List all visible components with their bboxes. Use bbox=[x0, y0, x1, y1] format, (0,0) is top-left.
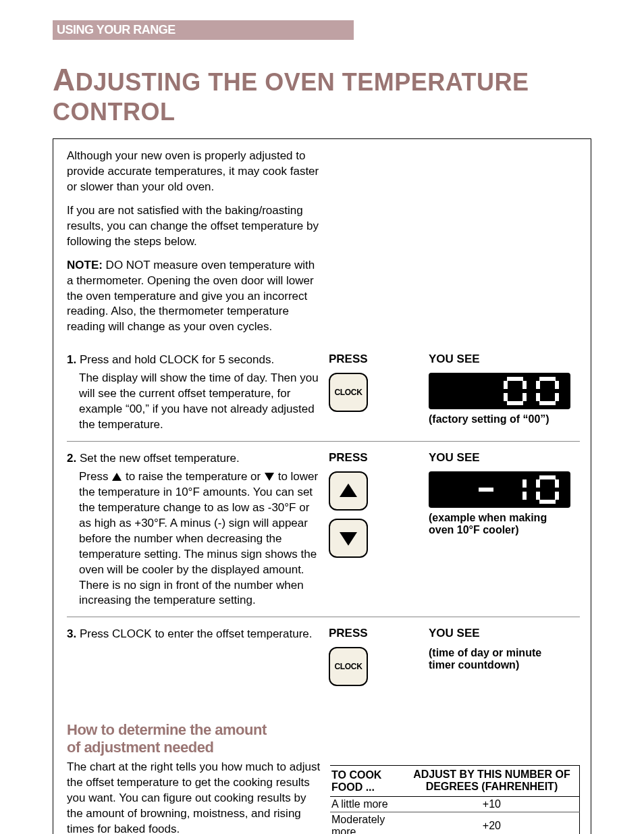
press-header: PRESS bbox=[329, 353, 423, 366]
table-row: A little more+10 bbox=[330, 796, 580, 812]
step-1-body: The display will show the time of day. T… bbox=[79, 371, 323, 433]
step-3-caption: (time of day or minute timer countdown) bbox=[429, 647, 570, 671]
press-header: PRESS bbox=[329, 627, 423, 640]
table-header-adjust: ADJUST BY THIS NUMBER OF DEGREES (FAHREN… bbox=[407, 765, 580, 796]
step-2-body-c: to lower the temperature in 10°F amounts… bbox=[79, 470, 318, 607]
title-rest: DJUSTING THE OVEN TEMPERATURE CONTROL bbox=[53, 68, 529, 126]
step-2-body-b: to raise the temperature or bbox=[122, 470, 264, 483]
table-header-cook: TO COOK FOOD ... bbox=[330, 765, 407, 796]
display-00 bbox=[429, 373, 570, 409]
display-00-caption: (factory setting of “00”) bbox=[429, 413, 570, 425]
clock-button[interactable]: CLOCK bbox=[329, 373, 368, 412]
intro-note: NOTE: DO NOT measure oven temperature wi… bbox=[67, 258, 323, 336]
press-header: PRESS bbox=[329, 451, 423, 465]
step-2-press: PRESS bbox=[329, 451, 423, 608]
note-body: DO NOT measure oven temperature with a t… bbox=[67, 259, 315, 334]
adjustment-subhead: How to determine the amount of adjustmen… bbox=[67, 721, 283, 756]
display-minus-10 bbox=[429, 471, 570, 508]
intro-para-2: If you are not satisfied with the baking… bbox=[67, 203, 323, 250]
cell-adjust: +10 bbox=[407, 796, 580, 812]
yousee-header: YOU SEE bbox=[429, 451, 580, 465]
content-box: Although your new oven is properly adjus… bbox=[53, 138, 591, 834]
step-2: 2. Set the new offset temperature. Press… bbox=[67, 441, 580, 617]
step-2-body: Press to raise the temperature or to low… bbox=[79, 469, 323, 608]
seven-segment-00-icon bbox=[499, 375, 566, 407]
intro-block: Although your new oven is properly adjus… bbox=[67, 149, 580, 335]
seven-segment-minus10-icon bbox=[472, 473, 566, 506]
step-3-press: PRESS CLOCK bbox=[329, 627, 423, 694]
step-1-text: 1. Press and hold CLOCK for 5 seconds. T… bbox=[67, 353, 323, 433]
temp-down-button[interactable] bbox=[329, 519, 368, 558]
intro-para-1: Although your new oven is properly adjus… bbox=[67, 149, 323, 195]
step-3: 3. Press CLOCK to enter the offset tempe… bbox=[67, 617, 580, 702]
step-1: 1. Press and hold CLOCK for 5 seconds. T… bbox=[67, 343, 580, 441]
step-2-yousee: YOU SEE (e bbox=[429, 451, 580, 608]
clock-button[interactable]: CLOCK bbox=[329, 647, 368, 686]
step-2-head: 2. Set the new offset temperature. bbox=[67, 451, 323, 467]
title-first-letter: A bbox=[53, 62, 76, 97]
yousee-header: YOU SEE bbox=[429, 627, 580, 640]
clock-button-label: CLOCK bbox=[330, 388, 367, 397]
triangle-up-icon bbox=[340, 484, 357, 497]
step-2-body-a: Press bbox=[79, 470, 111, 483]
step-3-yousee: YOU SEE (time of day or minute timer cou… bbox=[429, 627, 580, 694]
step-2-text: 2. Set the new offset temperature. Press… bbox=[67, 451, 323, 608]
adjustment-table-wrap: TO COOK FOOD ... ADJUST BY THIS NUMBER O… bbox=[330, 765, 580, 834]
adjustment-table: TO COOK FOOD ... ADJUST BY THIS NUMBER O… bbox=[330, 765, 580, 834]
triangle-down-icon bbox=[340, 532, 357, 546]
steps-list: 1. Press and hold CLOCK for 5 seconds. T… bbox=[67, 343, 580, 702]
yousee-header: YOU SEE bbox=[429, 353, 580, 366]
clock-button-label: CLOCK bbox=[330, 662, 367, 671]
cell-adjust: +20 bbox=[407, 812, 580, 834]
step-1-yousee: YOU SEE (factory setting of “00”) bbox=[429, 353, 580, 433]
cell-cook: A little more bbox=[330, 796, 407, 812]
page-title: ADJUSTING THE OVEN TEMPERATURE CONTROL bbox=[53, 61, 591, 126]
up-arrow-icon bbox=[112, 473, 122, 481]
step-1-head: 1. Press and hold CLOCK for 5 seconds. bbox=[67, 353, 323, 368]
adjustment-para: The chart at the right tells you how muc… bbox=[67, 760, 323, 834]
note-label: NOTE: bbox=[67, 259, 103, 271]
table-row: Moderately more+20 bbox=[330, 812, 580, 834]
display-minus10-caption: (example when making oven 10°F cooler) bbox=[429, 512, 570, 536]
step-3-head: 3. Press CLOCK to enter the offset tempe… bbox=[67, 627, 323, 642]
down-arrow-icon bbox=[265, 473, 274, 481]
adjustment-row: The chart at the right tells you how muc… bbox=[67, 760, 580, 834]
cell-cook: Moderately more bbox=[330, 812, 407, 834]
step-1-press: PRESS CLOCK bbox=[329, 353, 423, 433]
temp-up-button[interactable] bbox=[329, 471, 368, 511]
section-bar: USING YOUR RANGE bbox=[53, 20, 354, 40]
step-3-text: 3. Press CLOCK to enter the offset tempe… bbox=[67, 627, 323, 694]
